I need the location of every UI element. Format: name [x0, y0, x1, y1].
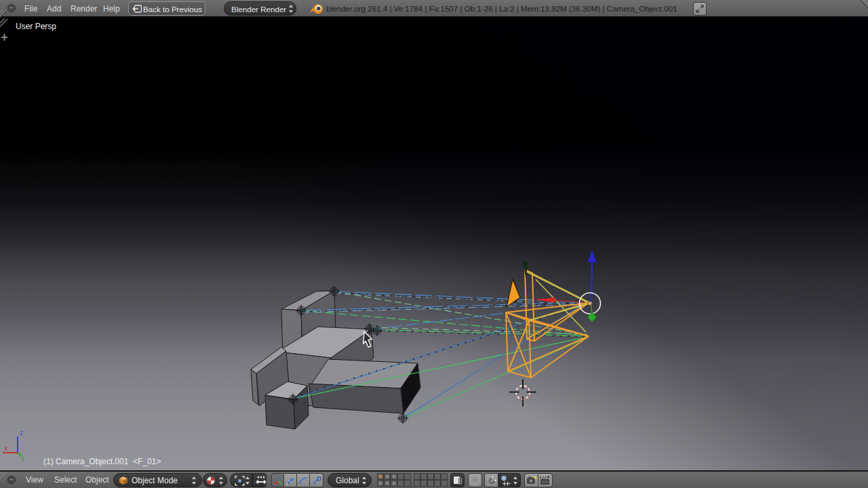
svg-text:y: y — [21, 454, 24, 462]
svg-text:x: x — [4, 445, 7, 452]
svg-text:z: z — [20, 429, 23, 436]
